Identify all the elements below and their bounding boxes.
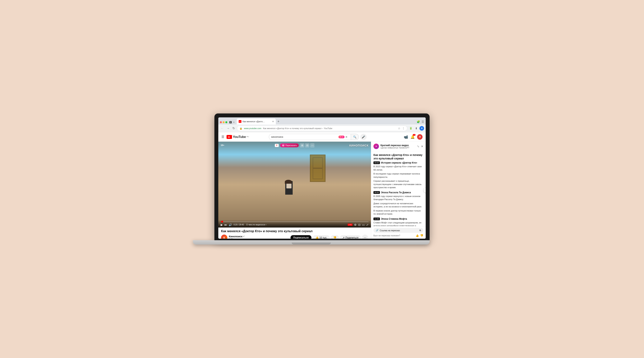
ai-section-3-header: 11:46 Эпоха Стивена Мофта [374,218,423,220]
video-scene-door [310,154,326,182]
browser-menu-icon[interactable]: ☰ [422,120,424,123]
retell-label: Пересказать [286,144,297,146]
progress-fill [221,222,222,222]
copy-link-icon[interactable]: ⧉ [420,229,421,232]
reload-btn[interactable]: ↻ [232,126,236,131]
ai-panel-body: 00:00 История сериала «Доктор Кто» В 202… [371,162,426,226]
minimize-window-btn[interactable] [222,121,224,123]
progress-bar[interactable] [221,222,368,222]
controls-right: LIVE ⚙ ⊡ ▭ ⤢ [348,223,368,226]
yt-search-box[interactable]: кинопоиск ✦ AI ✕ [269,134,351,140]
channel-subs: 1,24 млн подписчиков [229,238,289,239]
ai-section-2-header: 05:05 Эпоха Рассела Ти Дэвиса [374,191,423,194]
channel-avatar[interactable]: К [221,234,227,239]
feedback-text: Был ли пересказ полезен? [374,234,400,237]
retell-action-captions[interactable]: ⊞ [300,143,304,148]
ai-feedback-row: Был ли пересказ полезен? 👍 👎 [374,234,423,237]
yt-search-input[interactable]: кинопоиск [271,135,338,138]
ai-video-title: Как менялся «Доктор Кто» и почему это ку… [371,151,426,162]
url-bar[interactable]: 🔒 www.youtube.com Как менялся «Доктор Кт… [237,126,407,131]
retell-bar: Y ▶ Пересказать ⊞ ⊟ ⋯ [275,143,314,148]
yt-voice-search-btn[interactable]: 🎤 [360,134,366,140]
theater-btn[interactable]: ▭ [362,223,365,226]
feedback-btns: 👍 👎 [416,234,423,237]
ai-close-btn[interactable]: ✕ [421,145,423,148]
share-label: Поделиться [346,236,358,239]
yt-user-avatar[interactable]: Я [417,134,422,140]
tab-favicon [239,120,242,123]
controls-row: ▶ ⏭ 🔊 0:20 / 29:40 О чем это видеоэссе [221,223,368,226]
about-video-btn[interactable]: О чем это видеоэссе › [246,224,267,226]
link-label: Ссылка на пересказ [380,229,400,232]
pip-btn[interactable]: ⊡ [358,223,360,226]
browser-right-controls: 🔋 ⬇ Я [408,126,424,131]
video-watermark: КИНОПОИСК [350,144,368,147]
yt-header-right: 📹 🔔 9 Я [404,134,422,140]
ai-section-2: 05:05 Эпоха Рассела Ти Дэвиса В 2005 год… [374,191,423,216]
ai-link-btn[interactable]: 🔗 Ссылка на пересказ ⧉ [374,228,423,233]
retell-action-chapters[interactable]: ⊟ [305,143,310,148]
youtube-page: ☰ YouTube RU кинопоиск ✦ AI [218,132,426,239]
url-more-icon[interactable]: ⋮ [402,127,405,130]
close-window-btn[interactable] [220,121,222,123]
profile-initial: Я [421,127,422,130]
tab-dropdown-btn[interactable]: ▾ [232,121,235,124]
ai-panel-subtitle: сделан нейросетью YandexGPT [380,147,416,149]
dislike-icon: 👎 [333,236,336,239]
video-actions: 👍 10 тыс. 👎 ↗ Поделиться [313,234,368,239]
share-btn[interactable]: ↗ Поделиться [340,235,361,239]
ai-section-1: 00:00 История сериала «Доктор Кто» В 202… [374,162,423,189]
profile-avatar[interactable]: Я [420,126,424,131]
channel-info: Кинопоиск ✓ 1,24 млн подписчиков [229,235,289,239]
extensions-icon[interactable]: 🧩 [417,120,420,123]
link-icon: 🔗 [376,229,378,232]
video-player[interactable]: КИНОПОИСК 18+ Y ▶ Пересказать [218,142,371,228]
ai-section-2-title: Эпоха Рассела Ти Дэвиса [381,191,411,194]
like-icon: 👍 [315,236,319,239]
share-icon: ↗ [342,236,345,239]
subscribe-btn[interactable]: Подписаться [290,235,311,239]
dislike-btn[interactable]: 👎 [331,235,339,239]
active-tab[interactable]: Как менялся «Докто… ✕ [237,118,276,124]
yt-menu-btn[interactable]: ☰ [222,135,224,139]
youtube-logo-icon [226,135,232,139]
maximize-window-btn[interactable] [225,121,227,123]
yt-notifications-btn[interactable]: 🔔 9 [410,135,415,139]
yt-avatar-initial: Я [419,136,421,138]
forward-btn[interactable]: → [226,126,230,131]
yt-search-clear-btn[interactable]: ✕ [345,135,348,138]
browser-toolbar-right: 🧩 ☰ [417,120,424,124]
volume-btn[interactable]: 🔊 [229,223,232,226]
ai-header-text: Краткий пересказ видео сделан нейросетью… [380,144,416,149]
notification-count-badge: 9 [413,134,416,136]
ai-timestamp-3[interactable]: 11:46 [374,218,380,220]
retell-actions: ⊞ ⊟ ⋯ [300,143,314,148]
fullscreen-btn[interactable]: ⤢ [366,223,368,226]
download-icon[interactable]: ⬇ [414,126,418,131]
yt-search-btn[interactable]: 🔍 [351,134,359,140]
video-controls: ▶ ⏭ 🔊 0:20 / 29:40 О чем это видеоэссе [218,220,371,228]
retell-btn[interactable]: ▶ Пересказать [280,144,299,147]
yt-search-area: кинопоиск ✦ AI ✕ 🔍 🎤 [269,134,366,140]
bookmark-icon[interactable]: ☆ [398,127,400,130]
youtube-logo[interactable]: YouTube RU [226,135,249,139]
ai-timestamp-1[interactable]: 00:00 [374,162,380,164]
ai-section-1-text-2: В последние годы сериал переживает вспле… [374,172,423,178]
tab-close-btn[interactable]: ✕ [272,120,274,123]
retell-action-more[interactable]: ⋯ [310,143,314,148]
yt-create-btn[interactable]: 📹 [404,135,408,139]
back-btn[interactable]: ← [220,126,224,131]
yt-main-content: КИНОПОИСК 18+ Y ▶ Пересказать [218,142,426,239]
feedback-thumbsdown[interactable]: 👎 [420,234,423,237]
play-btn[interactable]: ▶ [221,223,223,226]
settings-btn[interactable]: ⚙ [354,223,357,226]
more-actions-btn[interactable]: ··· [362,234,368,239]
ai-timestamp-2[interactable]: 05:05 [374,191,380,194]
new-tab-btn[interactable]: + [276,120,281,124]
ai-section-3: 11:46 Эпоха Стивена Мофта Стивен Мофт ст… [374,218,423,226]
like-btn[interactable]: 👍 10 тыс. [313,235,330,239]
next-btn[interactable]: ⏭ [224,223,227,226]
ai-section-1-text-3: Сериал рассказывает о пришельце, путешес… [374,180,423,189]
ai-expand-btn[interactable]: ⤡ [417,145,420,148]
feedback-thumbsup[interactable]: 👍 [416,234,419,237]
